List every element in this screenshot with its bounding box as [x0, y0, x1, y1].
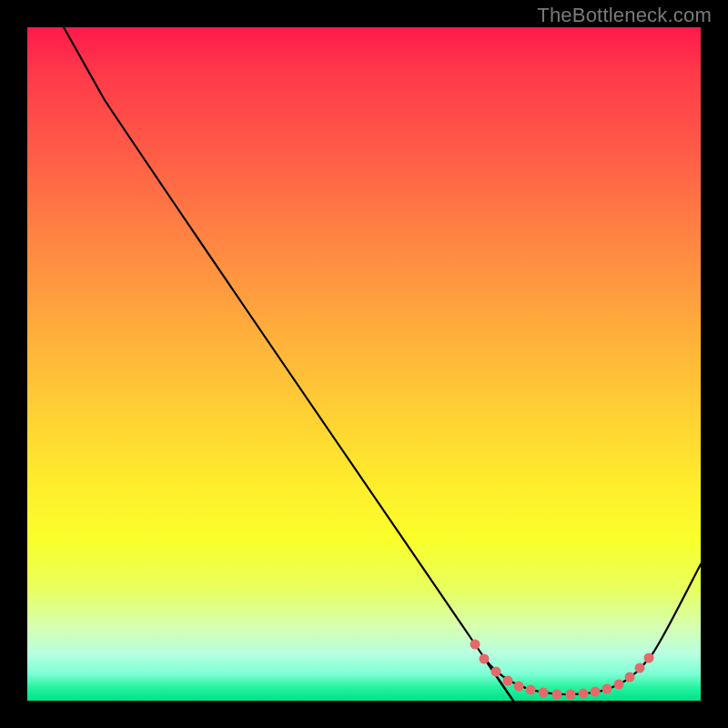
curve-marker — [591, 687, 601, 697]
chart-container: TheBottleneck.com — [0, 0, 728, 728]
curve-marker — [552, 690, 562, 700]
curve-marker — [625, 672, 635, 682]
plot-area — [27, 27, 701, 701]
curve-marker — [566, 690, 576, 700]
curve-marker — [579, 689, 589, 699]
watermark-text: TheBottleneck.com — [537, 4, 712, 27]
curve-marker — [602, 684, 612, 694]
curve-marker — [491, 667, 501, 677]
curve-marker — [480, 654, 490, 664]
curve-markers — [470, 640, 654, 700]
chart-svg — [27, 27, 701, 701]
bottleneck-curve — [64, 27, 701, 706]
curve-marker — [635, 663, 645, 673]
curve-marker — [470, 640, 480, 650]
curve-marker — [526, 685, 536, 695]
curve-marker — [503, 676, 513, 686]
curve-marker — [514, 682, 524, 692]
curve-marker — [539, 688, 549, 698]
curve-marker — [644, 653, 654, 663]
curve-marker — [614, 680, 624, 690]
